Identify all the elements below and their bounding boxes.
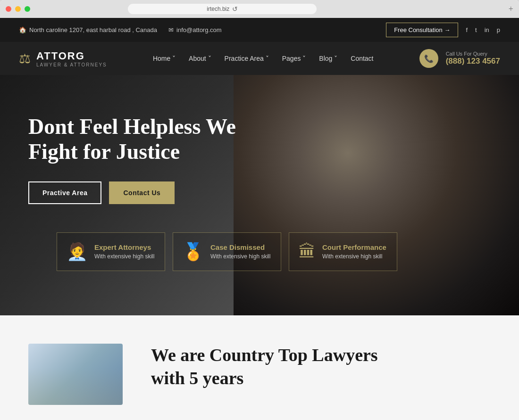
url-text: irtech.biz: [207, 6, 229, 12]
card-sub-attorneys: With extensive high skill: [94, 253, 154, 260]
top-bar-right: Free Consultation → f t in p: [386, 23, 500, 37]
free-consultation-button[interactable]: Free Consultation →: [386, 23, 458, 37]
card-content-dismissed: Case Dismissed With extensive high skill: [210, 243, 270, 260]
attorney-icon: 🧑‍💼: [67, 243, 88, 260]
below-section: We are Country Top Lawyers with 5 years: [28, 344, 500, 414]
contact-us-button[interactable]: Contact Us: [109, 181, 175, 204]
nav-pages[interactable]: Pages ˅: [276, 42, 313, 75]
nav-practice-area[interactable]: Practice Area ˅: [218, 42, 276, 75]
hero-buttons: Practive Area Contact Us: [28, 181, 500, 204]
court-icon: 🏛: [299, 243, 316, 260]
nav-blog[interactable]: Blog ˅: [312, 42, 344, 75]
feature-card-court: 🏛 Court Performance With extensive high …: [289, 232, 397, 271]
address-bar[interactable]: irtech.biz ↺: [128, 4, 317, 14]
phone-icon: 📞: [419, 49, 438, 68]
minimize-button[interactable]: [15, 6, 21, 12]
logo-subtitle: LAWYER & ATTORNEYS: [36, 62, 107, 67]
scales-icon: ⚖: [19, 51, 31, 66]
facebook-icon[interactable]: f: [466, 26, 468, 33]
pinterest-icon[interactable]: p: [497, 26, 500, 33]
email-text: info@attorg.com: [176, 26, 222, 33]
maximize-button[interactable]: [25, 6, 30, 12]
below-hero-section: We are Country Top Lawyers with 5 years: [0, 315, 519, 420]
phone-number: (888) 123 4567: [446, 57, 500, 66]
card-sub-court: With extensive high skill: [322, 253, 386, 260]
twitter-icon[interactable]: t: [475, 26, 477, 33]
close-button[interactable]: [6, 6, 11, 12]
email-icon: ✉: [168, 26, 174, 33]
feature-card-dismissed: 🏅 Case Dismissed With extensive high ski…: [173, 232, 281, 271]
below-text: We are Country Top Lawyers with 5 years: [151, 344, 387, 390]
nav-home[interactable]: Home ˅: [146, 42, 182, 75]
practice-area-button[interactable]: Practive Area: [28, 181, 101, 204]
hero-content: Dont Feel Helpless We Fight for Justice …: [0, 86, 519, 304]
card-title-court: Court Performance: [322, 243, 386, 251]
phone-label: Call Us For Query: [446, 51, 500, 57]
logo-text: ATTORG LAWYER & ATTORNEYS: [36, 50, 107, 67]
nav-menu: Home ˅ About ˅ Practice Area ˅ Pages ˅ B…: [146, 42, 380, 75]
card-title-attorneys: Expert Attorneys: [94, 243, 154, 251]
nav-phone: 📞 Call Us For Query (888) 123 4567: [419, 49, 500, 68]
linkedin-icon[interactable]: in: [485, 26, 489, 33]
new-tab-button[interactable]: +: [509, 4, 513, 14]
website-content: 🏠 North caroline 1207, east harbal road …: [0, 18, 519, 420]
feature-cards: 🧑‍💼 Expert Attorneys With extensive high…: [28, 232, 500, 290]
browser-chrome: irtech.biz ↺ +: [0, 0, 519, 18]
card-sub-dismissed: With extensive high skill: [210, 253, 270, 260]
email-item: ✉ info@attorg.com: [168, 26, 222, 33]
card-content-attorneys: Expert Attorneys With extensive high ski…: [94, 243, 154, 260]
card-content-court: Court Performance With extensive high sk…: [322, 243, 386, 260]
address-text: North caroline 1207, east harbal road , …: [29, 26, 157, 33]
phone-info: Call Us For Query (888) 123 4567: [446, 51, 500, 66]
hero-title: Dont Feel Helpless We Fight for Justice: [28, 115, 274, 165]
hero-section: Dont Feel Helpless We Fight for Justice …: [0, 75, 519, 315]
refresh-button[interactable]: ↺: [232, 5, 238, 13]
lawyers-image: [28, 344, 123, 405]
navbar: ⚖ ATTORG LAWYER & ATTORNEYS Home ˅ About…: [0, 42, 519, 75]
top-bar: 🏠 North caroline 1207, east harbal road …: [0, 18, 519, 42]
address-item: 🏠 North caroline 1207, east harbal road …: [19, 26, 157, 33]
card-title-dismissed: Case Dismissed: [210, 243, 270, 251]
below-title: We are Country Top Lawyers with 5 years: [151, 344, 387, 390]
feature-card-attorneys: 🧑‍💼 Expert Attorneys With extensive high…: [57, 232, 165, 271]
medal-icon: 🏅: [183, 243, 204, 260]
home-icon: 🏠: [19, 26, 26, 33]
logo-name: ATTORG: [36, 50, 107, 62]
browser-window: irtech.biz ↺ + 🏠 North caroline 1207, ea…: [0, 0, 519, 420]
top-bar-left: 🏠 North caroline 1207, east harbal road …: [19, 26, 222, 33]
logo[interactable]: ⚖ ATTORG LAWYER & ATTORNEYS: [19, 50, 107, 67]
nav-about[interactable]: About ˅: [182, 42, 218, 75]
nav-contact[interactable]: Contact: [344, 42, 380, 75]
